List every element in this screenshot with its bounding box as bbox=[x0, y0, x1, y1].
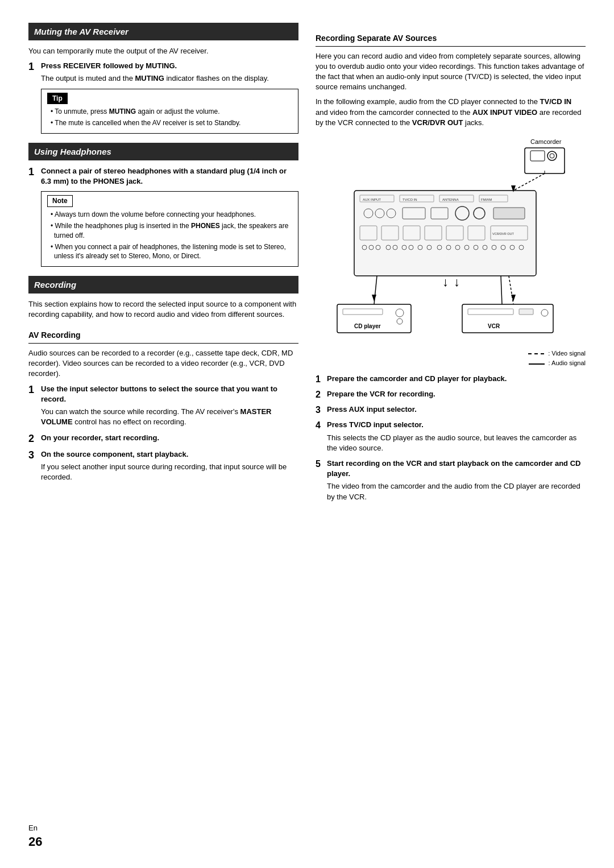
muting-title: Muting the AV Receiver bbox=[34, 27, 128, 36]
note-item-3: When you connect a pair of headphones, t… bbox=[47, 242, 292, 262]
note-box: Note Always turn down the volume before … bbox=[41, 191, 298, 267]
rec-sep-step2-num: 2 bbox=[316, 389, 323, 400]
svg-point-53 bbox=[397, 319, 403, 324]
rec-sep-step3-title: Press AUX input selector. bbox=[327, 404, 586, 415]
svg-point-57 bbox=[541, 309, 548, 316]
av-step2-title: On your recorder, start recording. bbox=[41, 433, 298, 443]
page-number: 26 bbox=[28, 834, 42, 849]
muting-step1-body: The output is muted and the MUTING indic… bbox=[41, 73, 298, 84]
svg-rect-54 bbox=[462, 304, 553, 333]
rec-separate-para2: In the following example, audio from the… bbox=[316, 97, 586, 128]
page-lang: En bbox=[28, 824, 38, 832]
svg-text:↓: ↓ bbox=[442, 275, 449, 289]
svg-marker-62 bbox=[372, 295, 376, 301]
muting-step1-num: 1 bbox=[28, 61, 38, 139]
muting-intro: You can temporarily mute the output of t… bbox=[28, 46, 298, 56]
audio-signal-legend: : Audio signal bbox=[316, 359, 586, 367]
vcr-label: VCR bbox=[488, 323, 500, 329]
av-step3-body: If you select another input source durin… bbox=[41, 462, 298, 482]
diagram-area: Camcorder AUX INPUT TV/CD IN ANTENNA FM/ bbox=[316, 134, 586, 368]
tip-box: Tip To unmute, press MUTING again or adj… bbox=[41, 89, 298, 134]
svg-text:↓: ↓ bbox=[454, 275, 460, 289]
tip-item-1: To unmute, press MUTING again or adjust … bbox=[47, 107, 292, 117]
svg-rect-55 bbox=[468, 309, 513, 315]
note-item-2: While the headphones plug is inserted in… bbox=[47, 221, 292, 241]
svg-rect-22 bbox=[493, 208, 525, 219]
svg-line-61 bbox=[501, 276, 502, 304]
rec-sep-step3-num: 3 bbox=[316, 404, 323, 415]
rec-sep-step5-body: The video from the camcorder and the aud… bbox=[327, 481, 586, 502]
svg-text:ANTENNA: ANTENNA bbox=[442, 198, 459, 201]
svg-text:FM/AM: FM/AM bbox=[481, 198, 492, 201]
av-step2-num: 2 bbox=[28, 433, 38, 445]
headphones-step1-title: Connect a pair of stereo headphones with… bbox=[41, 166, 298, 187]
right-column: Recording Separate AV Sources Here you c… bbox=[316, 23, 586, 507]
left-column: Muting the AV Receiver You can temporari… bbox=[28, 23, 298, 507]
tip-label: Tip bbox=[47, 93, 68, 105]
av-step1-body: You can watch the source while recording… bbox=[41, 407, 298, 427]
rec-sep-step4-title: Press TV/CD input selector. bbox=[327, 420, 586, 430]
svg-text:VCR/DVR OUT: VCR/DVR OUT bbox=[492, 232, 515, 235]
rec-separate-header: Recording Separate AV Sources bbox=[316, 33, 586, 47]
signal-legend: : Video signal : Audio signal bbox=[316, 349, 586, 368]
av-recording-header: AV Recording bbox=[28, 330, 298, 344]
note-label: Note bbox=[47, 195, 73, 207]
note-list: Always turn down the volume before conne… bbox=[47, 210, 292, 261]
page-footer: En 26 bbox=[28, 823, 42, 851]
av-recording-body: Audio sources can be recorded to a recor… bbox=[28, 348, 298, 379]
muting-step1: 1 Press RECEIVER followed by MUTING. The… bbox=[28, 61, 298, 139]
av-step2: 2 On your recorder, start recording. bbox=[28, 433, 298, 445]
rec-sep-step2-title: Prepare the VCR for recording. bbox=[327, 389, 586, 399]
muting-step1-title: Press RECEIVER followed by MUTING. bbox=[41, 61, 298, 71]
tip-list: To unmute, press MUTING again or adjust … bbox=[47, 107, 292, 128]
svg-point-3 bbox=[550, 154, 554, 158]
rec-sep-step1-title: Prepare the camcorder and CD player for … bbox=[327, 374, 586, 384]
av-step3-num: 3 bbox=[28, 449, 38, 485]
rec-sep-step4-body: This selects the CD player as the audio … bbox=[327, 433, 586, 453]
video-signal-legend: : Video signal bbox=[316, 349, 586, 358]
svg-rect-56 bbox=[519, 309, 533, 315]
connection-diagram: Camcorder AUX INPUT TV/CD IN ANTENNA FM/ bbox=[320, 134, 582, 344]
svg-line-58 bbox=[513, 173, 545, 191]
cd-player-label: CD player bbox=[354, 323, 381, 329]
rec-sep-step1: 1 Prepare the camcorder and CD player fo… bbox=[316, 374, 586, 386]
svg-line-60 bbox=[509, 276, 513, 304]
rec-separate-steps: 1 Prepare the camcorder and CD player fo… bbox=[316, 374, 586, 505]
rec-sep-step4: 4 Press TV/CD input selector. This selec… bbox=[316, 420, 586, 456]
rec-sep-step1-num: 1 bbox=[316, 374, 323, 385]
recording-intro: This section explains how to record the … bbox=[28, 299, 298, 320]
rec-sep-step5-num: 5 bbox=[316, 458, 323, 469]
svg-rect-1 bbox=[530, 151, 545, 161]
av-step1: 1 Use the input selector buttons to sele… bbox=[28, 384, 298, 430]
svg-point-52 bbox=[396, 309, 404, 317]
rec-sep-step4-num: 4 bbox=[316, 420, 323, 431]
rec-sep-step2: 2 Prepare the VCR for recording. bbox=[316, 389, 586, 402]
headphones-header: Using Headphones bbox=[28, 143, 298, 160]
av-step1-title: Use the input selector buttons to select… bbox=[41, 384, 298, 404]
rec-sep-step5-title: Start recording on the VCR and start pla… bbox=[327, 458, 586, 479]
muting-header: Muting the AV Receiver bbox=[28, 23, 298, 40]
svg-marker-63 bbox=[511, 295, 516, 301]
tip-item-2: The mute is cancelled when the AV receiv… bbox=[47, 118, 292, 128]
headphones-title: Using Headphones bbox=[34, 147, 111, 156]
rec-separate-para1: Here you can record audio and video from… bbox=[316, 51, 586, 93]
note-item-1: Always turn down the volume before conne… bbox=[47, 210, 292, 220]
headphones-step1-num: 1 bbox=[28, 166, 38, 272]
camcorder-label: Camcorder bbox=[530, 138, 562, 145]
rec-sep-step3: 3 Press AUX input selector. bbox=[316, 404, 586, 417]
svg-point-2 bbox=[547, 151, 557, 160]
svg-text:AUX INPUT: AUX INPUT bbox=[363, 198, 381, 201]
av-step3: 3 On the source component, start playbac… bbox=[28, 449, 298, 485]
headphones-step1: 1 Connect a pair of stereo headphones wi… bbox=[28, 166, 298, 272]
recording-header: Recording bbox=[28, 276, 298, 294]
svg-text:TV/CD IN: TV/CD IN bbox=[403, 198, 417, 201]
rec-sep-step5: 5 Start recording on the VCR and start p… bbox=[316, 458, 586, 505]
recording-title: Recording bbox=[34, 280, 76, 290]
av-step3-title: On the source component, start playback. bbox=[41, 449, 298, 460]
svg-rect-51 bbox=[343, 309, 383, 315]
av-step1-num: 1 bbox=[28, 384, 38, 430]
